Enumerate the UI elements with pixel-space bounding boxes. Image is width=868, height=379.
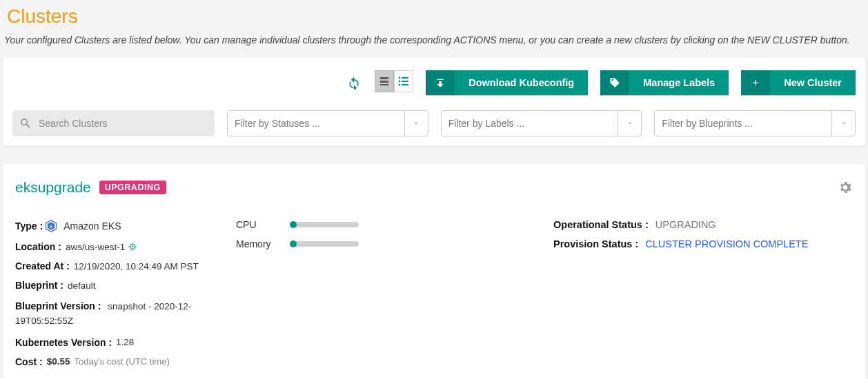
new-cluster-button[interactable]: New Cluster (741, 70, 856, 95)
cluster-settings-button[interactable] (838, 180, 853, 195)
memory-bar-dot (290, 240, 297, 247)
eks-icon: K (44, 219, 58, 233)
cluster-card: eksupgrade UPGRADING Type : K (3, 164, 865, 379)
svg-point-5 (399, 81, 401, 83)
label-memory: Memory (236, 238, 290, 249)
label-blueprint-version: Blueprint Version : (15, 300, 101, 311)
location-target-icon (128, 242, 137, 252)
label-op-status: Operational Status : (553, 219, 649, 230)
label-k8s-version: Kubernetes Version : (15, 337, 112, 348)
view-toggle (375, 70, 413, 95)
refresh-icon (347, 76, 361, 90)
filter-card: Download Kubeconfig Manage Labels New Cl… (3, 58, 865, 146)
status-badge: UPGRADING (99, 181, 166, 194)
cluster-body: Type : K Amazon EKS Location : aws/us-we… (15, 219, 853, 376)
svg-rect-0 (380, 77, 388, 79)
refresh-button[interactable] (346, 70, 362, 95)
cpu-bar-dot (290, 221, 297, 228)
chevron-down-icon (618, 111, 641, 136)
page-subtitle: Your configured Clusters are listed belo… (3, 34, 865, 58)
page-title: Clusters (3, 0, 865, 34)
filter-row: Filter by Statuses ... Filter by Labels … (12, 110, 856, 136)
cluster-name-link[interactable]: eksupgrade (15, 179, 91, 196)
cost-note: Today's cost (UTC time) (74, 356, 169, 367)
svg-rect-4 (402, 77, 408, 79)
svg-rect-2 (380, 84, 388, 85)
cluster-details-column: Type : K Amazon EKS Location : aws/us-we… (15, 219, 222, 376)
chevron-down-icon (404, 111, 428, 136)
new-cluster-label: New Cluster (770, 70, 856, 95)
label-created-at: Created At : (15, 260, 70, 272)
label-prov-status: Provision Status : (553, 238, 638, 249)
filter-blueprints-label: Filter by Blueprints ... (655, 111, 831, 136)
label-cpu: CPU (236, 219, 290, 230)
cluster-header: eksupgrade UPGRADING (15, 179, 853, 196)
search-icon (19, 117, 32, 130)
cpu-meter: CPU (236, 219, 540, 230)
memory-bar (290, 241, 359, 247)
cluster-meters-column: CPU Memory (236, 219, 540, 376)
chevron-down-icon (831, 111, 855, 136)
view-card-button[interactable] (375, 70, 394, 92)
search-clusters[interactable] (12, 110, 215, 136)
filter-labels[interactable]: Filter by Labels ... (441, 110, 642, 136)
filter-blueprints[interactable]: Filter by Blueprints ... (654, 110, 856, 136)
label-location: Location : (15, 241, 61, 252)
search-input[interactable] (39, 118, 208, 129)
download-kubeconfig-label: Download Kubeconfig (455, 70, 588, 95)
view-list-button[interactable] (394, 70, 413, 92)
value-blueprint: default (68, 280, 96, 291)
value-prov-status[interactable]: CLUSTER PROVISION COMPLETE (645, 238, 808, 249)
download-kubeconfig-button[interactable]: Download Kubeconfig (426, 70, 588, 95)
value-cost: $0.55 (47, 356, 70, 367)
plus-icon (741, 70, 770, 95)
svg-rect-6 (402, 81, 408, 82)
label-type: Type : (15, 221, 43, 232)
svg-point-13 (132, 246, 133, 247)
download-icon (426, 70, 455, 95)
svg-point-3 (399, 77, 401, 79)
toolbar: Download Kubeconfig Manage Labels New Cl… (12, 70, 856, 95)
value-type: Amazon EKS (63, 221, 121, 232)
label-cost: Cost : (15, 356, 43, 367)
svg-point-7 (399, 84, 401, 86)
memory-meter: Memory (236, 238, 540, 249)
svg-rect-1 (380, 81, 388, 83)
value-op-status: UPGRADING (655, 219, 716, 230)
svg-rect-8 (402, 84, 408, 85)
filter-statuses-label: Filter by Statuses ... (228, 111, 404, 136)
filter-statuses[interactable]: Filter by Statuses ... (227, 110, 428, 136)
manage-labels-label: Manage Labels (629, 70, 729, 95)
gear-icon (838, 180, 853, 195)
label-blueprint: Blueprint : (15, 280, 63, 291)
value-location: aws/us-west-1 (66, 242, 125, 252)
value-k8s-version: 1.28 (116, 337, 134, 347)
cluster-status-column: Operational Status : UPGRADING Provision… (553, 219, 853, 376)
tag-icon (600, 70, 629, 95)
value-created-at: 12/19/2020, 10:24:49 AM PST (74, 261, 199, 272)
list-view-icon (398, 76, 409, 86)
manage-labels-button[interactable]: Manage Labels (600, 70, 729, 95)
card-view-icon (379, 76, 389, 86)
cpu-bar (290, 222, 359, 227)
filter-labels-label: Filter by Labels ... (442, 111, 618, 136)
